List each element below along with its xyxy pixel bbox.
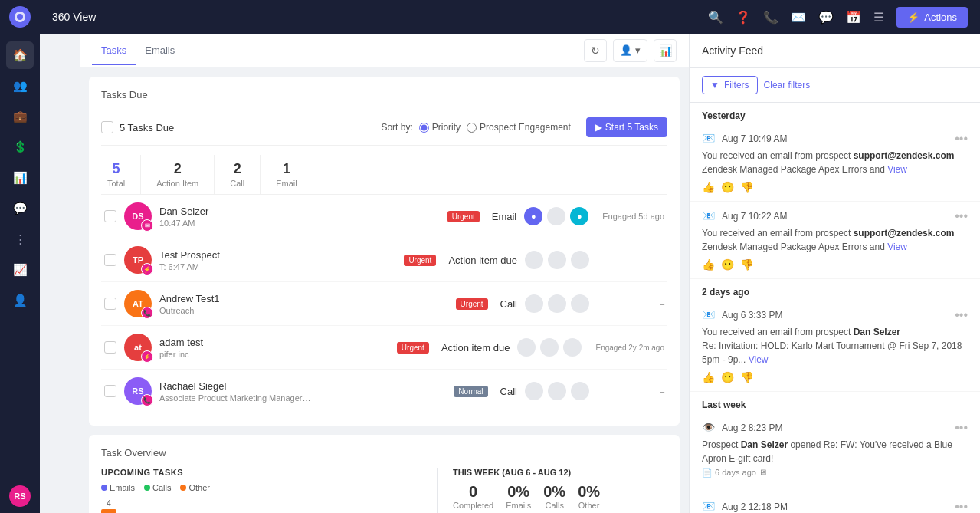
action-circle-1[interactable]	[525, 251, 543, 269]
stat-total: 5 Total	[101, 155, 141, 194]
task-name[interactable]: adam test	[159, 337, 389, 348]
activity-menu[interactable]: •••	[955, 209, 968, 223]
thumbs-down-icon[interactable]: 👎	[740, 258, 753, 271]
sidebar-item-contacts[interactable]: 👥	[6, 72, 34, 100]
action-circle-1[interactable]	[517, 338, 536, 357]
activity-time-row: 📧 Aug 7 10:49 AM •••	[702, 132, 968, 146]
avatar-adam: at ⚡	[124, 334, 152, 361]
sidebar-item-reports[interactable]: 📈	[6, 256, 34, 284]
filter-button[interactable]: ▼ Filters	[702, 76, 758, 94]
topbar-icons: 🔍 ❓ 📞 ✉️ 💬 📅 ☰ ⚡ Actions	[708, 7, 968, 28]
neutral-icon[interactable]: 😶	[721, 371, 734, 383]
view-link[interactable]: View	[887, 242, 907, 252]
sidebar-item-messages[interactable]: 💬	[6, 195, 34, 222]
action-circle-3[interactable]: ●	[570, 207, 588, 225]
task-name[interactable]: Andrew Test1	[159, 293, 448, 304]
clear-filters-button[interactable]: Clear filters	[764, 80, 811, 90]
svg-point-1	[17, 14, 23, 20]
chart-button[interactable]: 📊	[654, 39, 677, 62]
action-circle-2[interactable]	[547, 207, 565, 225]
task-actions	[525, 382, 589, 400]
menu-icon[interactable]: ☰	[873, 10, 884, 25]
action-circle-1[interactable]	[525, 382, 543, 400]
phone-icon[interactable]: 📞	[763, 10, 778, 25]
avatar-andrew: AT 📞	[124, 290, 152, 317]
sidebar-item-home[interactable]: 🏠	[6, 41, 34, 69]
task-checkbox-5[interactable]	[104, 385, 116, 397]
view-link[interactable]: View	[887, 164, 907, 175]
activity-menu[interactable]: •••	[955, 308, 968, 322]
activity-day-lastweek: Last week	[690, 392, 980, 413]
tasks-count: 5 Tasks Due	[120, 122, 174, 133]
action-circle-2[interactable]	[548, 251, 566, 269]
task-time: T: 6:47 AM	[159, 262, 396, 271]
task-name[interactable]: Rachael Siegel	[159, 380, 446, 392]
activity-item: 📧 Aug 7 10:22 AM ••• You received an ema…	[690, 202, 980, 279]
task-type: Action item due	[441, 342, 510, 354]
action-circle-3[interactable]	[563, 338, 582, 357]
topbar-title: 360 View	[52, 11, 708, 23]
start-tasks-button[interactable]: ▶ Start 5 Tasks	[586, 117, 667, 137]
action-circle-2[interactable]	[540, 338, 559, 357]
chat-icon[interactable]: 💬	[818, 10, 834, 25]
task-engaged: –	[603, 255, 664, 265]
thumbs-up-icon[interactable]: 👍	[702, 258, 715, 271]
task-name[interactable]: Test Prospect	[159, 249, 396, 261]
sidebar-item-more[interactable]: ⋮	[6, 225, 34, 253]
sidebar-item-dollar[interactable]: 💲	[6, 133, 34, 161]
activity-text: You received an email from prospect supp…	[702, 149, 968, 176]
task-engaged: –	[603, 386, 664, 396]
tab-emails[interactable]: Emails	[136, 35, 184, 65]
activity-time-row: 📧 Aug 2 12:18 PM •••	[702, 500, 968, 513]
activity-menu[interactable]: •••	[955, 500, 968, 513]
sort-priority-radio[interactable]: Priority	[419, 122, 461, 133]
neutral-icon[interactable]: 😶	[721, 181, 734, 193]
overview-title: Task Overview	[101, 447, 667, 459]
sort-engagement-radio[interactable]: Prospect Engagement	[467, 122, 571, 133]
activity-menu[interactable]: •••	[955, 132, 968, 146]
sidebar-item-profile[interactable]: 👤	[6, 287, 34, 314]
action-circle-3[interactable]	[571, 251, 589, 269]
view-link[interactable]: View	[749, 354, 769, 365]
task-checkbox-3[interactable]	[104, 298, 116, 310]
sidebar-item-briefcase[interactable]: 💼	[6, 103, 34, 130]
sidebar-item-analytics[interactable]: 📊	[6, 164, 34, 192]
avatar[interactable]: RS	[9, 485, 31, 507]
sort-controls: Sort by: Priority Prospect Engagement ▶ …	[381, 117, 667, 137]
thumbs-up-icon[interactable]: 👍	[702, 181, 715, 193]
badge-12h: ⚡	[141, 263, 153, 275]
action-circle-1[interactable]: ●	[524, 207, 542, 225]
thumbs-up-icon[interactable]: 👍	[702, 371, 715, 383]
thumbs-down-icon[interactable]: 👎	[740, 371, 753, 383]
task-name[interactable]: Dan Selzer	[159, 206, 440, 217]
action-circle-2[interactable]	[548, 382, 566, 400]
user-dropdown[interactable]: 👤 ▾	[613, 39, 647, 62]
chart-bar	[101, 509, 116, 513]
task-actions: ● ●	[524, 207, 588, 225]
help-icon[interactable]: ❓	[736, 10, 751, 25]
search-icon[interactable]: 🔍	[708, 10, 723, 25]
task-checkbox-4[interactable]	[104, 341, 116, 354]
action-circle-3[interactable]	[571, 382, 589, 400]
task-stats: 5 Total 2 Action Item 2 Call 1 Email	[101, 155, 667, 195]
tab-tasks[interactable]: Tasks	[92, 35, 136, 65]
action-circle-2[interactable]	[548, 294, 566, 313]
email-icon: 📧	[702, 209, 716, 223]
neutral-icon[interactable]: 😶	[721, 258, 734, 271]
week-stat-emails: 0% Emails	[506, 483, 531, 510]
action-circle-3[interactable]	[571, 294, 589, 313]
task-checkbox-1[interactable]	[104, 210, 116, 222]
email-icon[interactable]: ✉️	[791, 10, 806, 25]
refresh-button[interactable]: ↻	[584, 39, 607, 62]
activity-menu[interactable]: •••	[955, 421, 968, 435]
action-circle-1[interactable]	[525, 294, 543, 313]
calendar-icon[interactable]: 📅	[846, 10, 861, 25]
badge-4m: ⚡	[141, 350, 153, 363]
task-sub: Associate Product Marketing Manager @ Ou…	[159, 393, 313, 403]
urgent-badge: Urgent	[404, 255, 436, 266]
actions-button[interactable]: ⚡ Actions	[896, 7, 968, 28]
activity-day-yesterday: Yesterday	[690, 103, 980, 124]
thumbs-down-icon[interactable]: 👎	[740, 181, 753, 193]
task-checkbox-2[interactable]	[104, 254, 116, 266]
select-all-checkbox[interactable]	[101, 121, 113, 133]
